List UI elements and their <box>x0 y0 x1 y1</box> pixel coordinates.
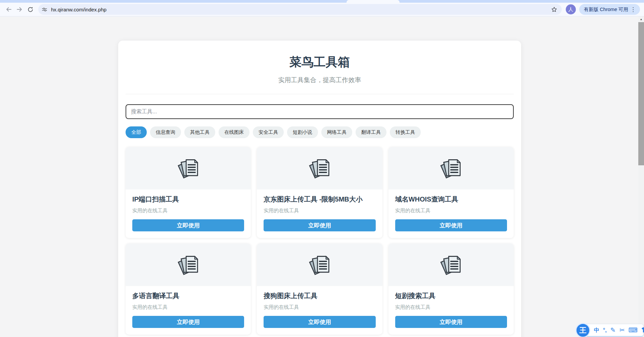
back-button[interactable] <box>3 4 14 15</box>
forward-button[interactable] <box>14 4 25 15</box>
card-title: 搜狗图床上传工具 <box>264 291 375 300</box>
card-title: 京东图床上传工具 -限制5MB大小 <box>264 195 375 204</box>
tab-strip <box>0 0 644 3</box>
profile-avatar[interactable]: 人 <box>566 4 576 14</box>
page-scrollbar[interactable]: ▲ <box>638 16 644 337</box>
use-now-button[interactable]: 立即使用 <box>132 316 244 328</box>
ime-bar: 中 °, ✎ ✂ ⌨ ⚙ <box>582 324 643 337</box>
reload-button[interactable] <box>25 4 36 15</box>
card-title: IP端口扫描工具 <box>132 195 244 204</box>
reload-icon <box>27 6 34 13</box>
use-now-button[interactable]: 立即使用 <box>264 316 375 328</box>
document-stack-icon <box>308 157 331 180</box>
card-body: 搜狗图床上传工具 实用的在线工具 立即使用 <box>257 286 382 335</box>
bookmark-star-button[interactable] <box>550 5 559 14</box>
ime-scissors-icon[interactable]: ✂ <box>619 327 625 333</box>
tool-card-grid: IP端口扫描工具 实用的在线工具 立即使用 京东图床上传工 <box>126 147 514 337</box>
tag-short-drama[interactable]: 短剧小说 <box>287 126 318 138</box>
card-body: 京东图床上传工具 -限制5MB大小 实用的在线工具 立即使用 <box>257 189 382 238</box>
tag-convert-tools[interactable]: 转换工具 <box>390 126 421 138</box>
tag-security-tools[interactable]: 安全工具 <box>253 126 284 138</box>
ime-logo[interactable]: 王 <box>576 323 590 337</box>
search-input[interactable] <box>126 104 514 119</box>
ime-punctuation-icon[interactable]: °, <box>603 328 607 333</box>
card-icon-area <box>126 243 251 286</box>
back-arrow-icon <box>5 6 12 13</box>
document-stack-icon <box>177 157 200 180</box>
header-divider <box>126 94 514 94</box>
document-stack-icon <box>440 254 462 276</box>
chrome-update-label: 有新版 Chrome 可用 <box>584 6 628 13</box>
avatar-glyph: 人 <box>568 6 573 13</box>
url-text[interactable]: hx.qiranw.com/index.php <box>51 7 106 12</box>
card-icon-area <box>257 147 382 189</box>
scrollbar-up-arrow[interactable]: ▲ <box>638 16 644 22</box>
card-body: 短剧搜索工具 实用的在线工具 立即使用 <box>388 286 514 335</box>
ime-pen-icon[interactable]: ✎ <box>610 327 616 333</box>
forward-arrow-icon <box>16 6 23 13</box>
use-now-button[interactable]: 立即使用 <box>395 316 507 328</box>
tag-translate-tools[interactable]: 翻译工具 <box>356 126 386 138</box>
card-title: 多语言翻译工具 <box>132 291 244 300</box>
category-filter-bar: 全部 信息查询 其他工具 在线图床 安全工具 短剧小说 网络工具 翻译工具 转换… <box>126 126 514 138</box>
card-icon-area <box>388 147 514 189</box>
tool-card[interactable]: 多语言翻译工具 实用的在线工具 立即使用 <box>126 243 251 335</box>
tool-card[interactable]: 短剧搜索工具 实用的在线工具 立即使用 <box>388 243 514 335</box>
scrollbar-thumb[interactable] <box>638 22 644 165</box>
card-description: 实用的在线工具 <box>395 304 507 311</box>
card-icon-area <box>257 243 382 286</box>
chrome-update-button[interactable]: 有新版 Chrome 可用 ⋮ <box>579 4 640 15</box>
browser-menu-icon[interactable]: ⋮ <box>628 7 638 12</box>
ime-logo-glyph: 王 <box>580 326 587 335</box>
document-stack-icon <box>177 254 200 276</box>
document-stack-icon <box>308 254 331 276</box>
browser-chrome: hx.qiranw.com/index.php 人 有新版 Chrome 可用 … <box>0 0 644 16</box>
card-description: 实用的在线工具 <box>132 208 244 214</box>
card-description: 实用的在线工具 <box>132 304 244 311</box>
ime-chinese-mode-icon[interactable]: 中 <box>594 328 599 333</box>
tag-all[interactable]: 全部 <box>126 126 147 138</box>
site-info-tune-icon <box>42 7 47 12</box>
shirt-glyph <box>641 327 644 333</box>
page-viewport: 菜鸟工具箱 实用工具集合，提高工作效率 全部 信息查询 其他工具 在线图床 安全… <box>0 16 644 337</box>
active-tab-top[interactable] <box>347 0 400 3</box>
card-icon-area <box>126 147 251 189</box>
main-container: 菜鸟工具箱 实用工具集合，提高工作效率 全部 信息查询 其他工具 在线图床 安全… <box>118 41 521 337</box>
card-description: 实用的在线工具 <box>395 208 507 214</box>
address-bar[interactable]: hx.qiranw.com/index.php <box>38 4 562 15</box>
site-info-button[interactable] <box>40 5 49 14</box>
card-description: 实用的在线工具 <box>264 304 375 311</box>
tool-card[interactable]: 京东图床上传工具 -限制5MB大小 实用的在线工具 立即使用 <box>257 147 382 238</box>
card-title: 短剧搜索工具 <box>395 291 507 300</box>
tag-network-tools[interactable]: 网络工具 <box>321 126 352 138</box>
document-stack-icon <box>440 157 462 180</box>
card-body: IP端口扫描工具 实用的在线工具 立即使用 <box>126 189 251 238</box>
tag-info-query[interactable]: 信息查询 <box>150 126 181 138</box>
page-title: 菜鸟工具箱 <box>126 54 514 70</box>
ime-toolbar: 中 °, ✎ ✂ ⌨ ⚙ 王 <box>576 323 643 337</box>
use-now-button[interactable]: 立即使用 <box>395 219 507 231</box>
tag-image-hosting[interactable]: 在线图床 <box>219 126 249 138</box>
page-subtitle: 实用工具集合，提高工作效率 <box>126 76 514 85</box>
card-icon-area <box>388 243 514 286</box>
use-now-button[interactable]: 立即使用 <box>264 219 375 231</box>
star-icon <box>551 6 557 13</box>
card-description: 实用的在线工具 <box>264 208 375 214</box>
tool-card[interactable]: IP端口扫描工具 实用的在线工具 立即使用 <box>126 147 251 238</box>
tool-card[interactable]: 搜狗图床上传工具 实用的在线工具 立即使用 <box>257 243 382 335</box>
ime-skin-shirt-icon[interactable] <box>641 327 644 334</box>
use-now-button[interactable]: 立即使用 <box>132 219 244 231</box>
ime-keyboard-icon[interactable]: ⌨ <box>629 327 638 333</box>
browser-toolbar: hx.qiranw.com/index.php 人 有新版 Chrome 可用 … <box>0 3 644 16</box>
card-body: 多语言翻译工具 实用的在线工具 立即使用 <box>126 286 251 335</box>
card-title: 域名WHOIS查询工具 <box>395 195 507 204</box>
card-body: 域名WHOIS查询工具 实用的在线工具 立即使用 <box>388 189 514 238</box>
tag-other-tools[interactable]: 其他工具 <box>184 126 215 138</box>
tool-card[interactable]: 域名WHOIS查询工具 实用的在线工具 立即使用 <box>388 147 514 238</box>
